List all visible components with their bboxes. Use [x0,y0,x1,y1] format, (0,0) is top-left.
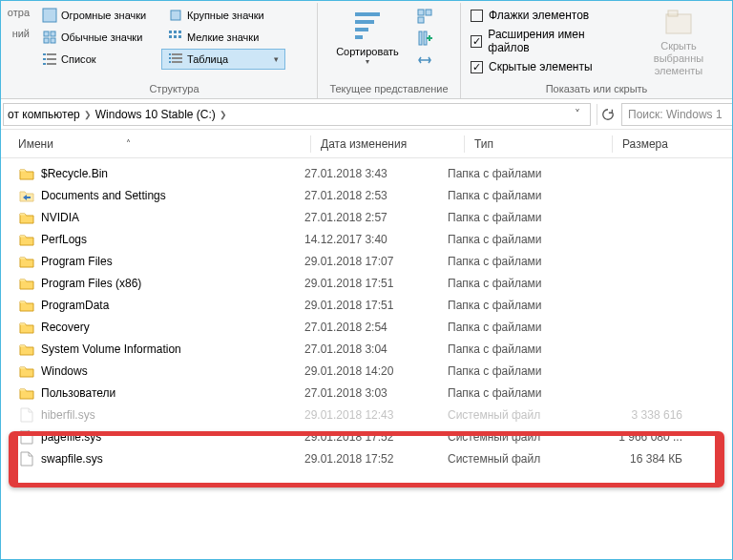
chevron-right-icon[interactable]: ❯ [82,110,94,119]
svg-rect-31 [419,31,422,45]
svg-rect-33 [666,14,691,33]
huge-icons-icon [42,8,57,23]
label: Флажки элементов [489,9,589,22]
file-row[interactable]: Documents and Settings27.01.2018 2:53Пап… [1,184,732,206]
layout-list[interactable]: Список [35,49,159,70]
svg-rect-4 [44,38,49,43]
layout-large-icons[interactable]: Крупные значки [161,5,285,26]
chevron-right-icon[interactable]: ❯ [218,110,229,119]
layout-small-icons[interactable]: Мелкие значки [161,27,285,48]
label: Таблица [187,53,228,65]
file-row[interactable]: swapfile.sys29.01.2018 17:52Системный фа… [1,447,732,469]
ribbon-left-fragment: отра ний [1,3,31,98]
file-size: 3 338 616 [589,408,690,422]
file-date: 27.01.2018 2:54 [304,321,448,334]
file-row[interactable]: Program Files (x86)29.01.2018 17:51Папка… [1,272,732,294]
file-row[interactable]: NVIDIA27.01.2018 2:57Папка с файлами [1,206,732,228]
svg-rect-17 [47,63,56,65]
item-checkboxes-toggle[interactable]: Флажки элементов [471,9,620,22]
file-row[interactable]: Recovery27.01.2018 2:54Папка с файлами [1,316,732,338]
view-small-buttons [414,5,439,81]
group-label: Текущее представление [322,81,456,98]
svg-rect-27 [355,35,363,39]
svg-rect-15 [47,58,56,60]
file-row[interactable]: Windows29.01.2018 14:20Папка с файлами [1,360,732,382]
breadcrumb[interactable]: от компьютер ❯ Windows 10 Stable (C:) ❯ … [3,103,591,126]
hidden-items-toggle[interactable]: Скрытые элементы [471,60,620,73]
address-dropdown-icon[interactable]: ˅ [569,106,586,123]
file-type: Папка с файлами [448,211,589,224]
add-columns-button[interactable] [414,29,435,48]
checkbox-checked-icon [471,61,483,73]
view-group: Сортировать ▾ Текущее представление [318,3,461,98]
breadcrumb-item[interactable]: Windows 10 Stable (C:) [95,108,216,121]
layout-normal-icons[interactable]: Обычные значки [35,27,159,48]
folder-icon [18,210,35,225]
file-date: 29.01.2018 12:43 [304,408,448,422]
svg-rect-2 [44,31,49,36]
svg-rect-13 [47,53,56,55]
file-date: 29.01.2018 17:52 [304,430,448,444]
file-type: Папка с файлами [448,189,589,202]
column-type[interactable]: Тип [474,137,612,151]
label: Имени [18,137,53,151]
table-icon [168,52,183,67]
file-date: 27.01.2018 3:43 [304,167,448,180]
folder-icon [18,254,35,269]
ribbon-text: ний [3,28,30,39]
file-type: Папка с файлами [448,167,589,180]
svg-rect-16 [43,63,46,65]
file-date: 27.01.2018 3:03 [304,386,448,400]
sort-button[interactable]: Сортировать ▾ [322,5,413,81]
file-date: 29.01.2018 17:51 [304,277,448,290]
column-size[interactable]: Размера [622,137,727,151]
file-type: Папка с файлами [448,233,589,246]
folder-icon [18,298,35,313]
file-type: Папка с файлами [448,386,589,400]
svg-rect-5 [51,38,55,43]
file-row[interactable]: ProgramData29.01.2018 17:51Папка с файла… [1,294,732,316]
label: Список [61,53,96,65]
svg-rect-12 [43,53,46,55]
file-name-text: ProgramData [41,299,109,312]
breadcrumb-item[interactable]: от компьютер [8,108,80,121]
refresh-button[interactable] [597,104,618,125]
file-date: 27.01.2018 3:04 [304,342,448,356]
small-icons-icon [168,30,183,45]
folder-icon [18,232,35,247]
svg-rect-30 [418,17,424,23]
file-row[interactable]: PerfLogs14.12.2017 3:40Папка с файлами [1,228,732,250]
search-input[interactable]: Поиск: Windows 1 [621,103,732,126]
file-type: Системный файл [448,430,589,444]
svg-rect-9 [169,35,172,38]
size-columns-button[interactable] [414,51,435,70]
list-icon [42,52,57,67]
svg-rect-6 [169,31,172,33]
group-by-button[interactable] [414,7,435,26]
file-row[interactable]: Program Files29.01.2018 17:07Папка с фай… [1,250,732,272]
column-date[interactable]: Дата изменения [321,137,464,151]
hide-selected-button[interactable]: Скрыть выбранныэлементы [629,5,728,81]
file-row[interactable]: $Recycle.Bin27.01.2018 3:43Папка с файла… [1,162,732,184]
svg-rect-10 [174,35,177,38]
layout-huge-icons[interactable]: Огромные значки [35,5,159,26]
file-name-text: System Volume Information [41,342,181,356]
column-headers: Имени ˄ Дата изменения Тип Размера [1,130,732,158]
file-row[interactable]: System Volume Information27.01.2018 3:04… [1,338,732,360]
svg-rect-32 [424,31,427,45]
svg-rect-21 [172,57,182,59]
svg-rect-3 [51,31,55,36]
layout-table[interactable]: Таблица ▾ [161,49,285,70]
folder-icon [18,363,35,379]
checkbox-icon [471,10,483,22]
file-row[interactable]: Пользователи27.01.2018 3:03Папка с файла… [1,382,732,404]
ribbon: отра ний Огромные значки Крупные значки … [1,1,732,99]
svg-rect-11 [178,35,181,38]
label: Сортировать [336,46,399,57]
file-extensions-toggle[interactable]: Расширения имен файлов [471,28,620,54]
svg-rect-0 [43,9,56,22]
file-row[interactable]: hiberfil.sys29.01.2018 12:43Системный фа… [1,404,732,425]
file-type: Папка с файлами [448,321,589,334]
file-type: Папка с файлами [448,299,589,312]
column-name[interactable]: Имени ˄ [18,137,310,151]
